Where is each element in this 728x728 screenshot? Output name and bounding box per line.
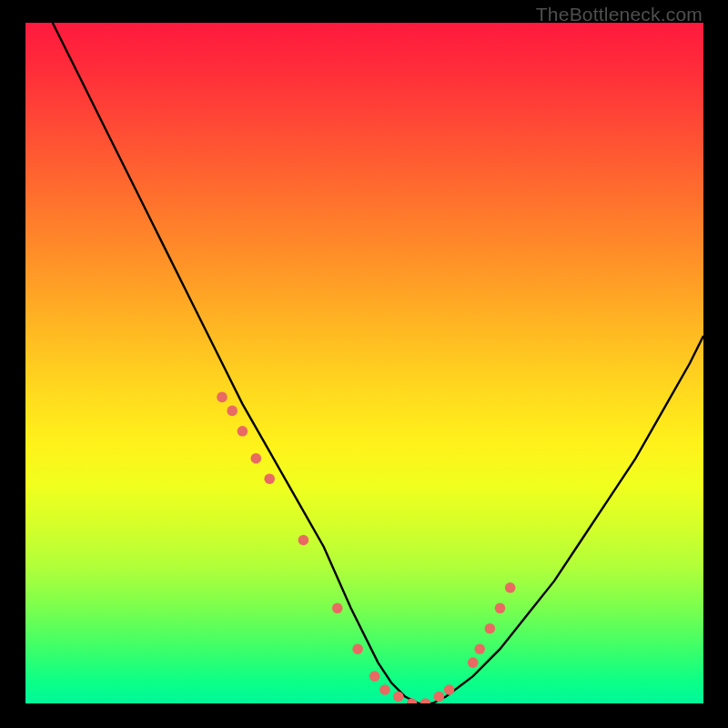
curve-marker [298, 535, 309, 546]
curve-marker [264, 473, 275, 484]
curve-line [53, 23, 703, 703]
curve-marker [369, 671, 380, 682]
curve-marker [227, 406, 238, 417]
curve-marker [434, 692, 445, 703]
curve-marker [444, 684, 455, 695]
curve-marker [217, 392, 228, 403]
plot-area [25, 23, 703, 703]
curve-marker [379, 684, 390, 695]
curve-marker [485, 623, 496, 634]
curve-marker [495, 603, 506, 614]
bottleneck-curve [25, 23, 703, 703]
curve-marker [251, 453, 262, 464]
curve-marker [468, 657, 479, 668]
curve-marker [332, 603, 343, 614]
curve-marker [420, 698, 431, 703]
curve-marker [505, 582, 516, 593]
curve-marker [393, 692, 404, 703]
chart-frame: TheBottleneck.com [0, 0, 728, 728]
curve-marker [474, 643, 485, 654]
curve-marker [352, 643, 363, 654]
curve-marker [238, 426, 248, 437]
